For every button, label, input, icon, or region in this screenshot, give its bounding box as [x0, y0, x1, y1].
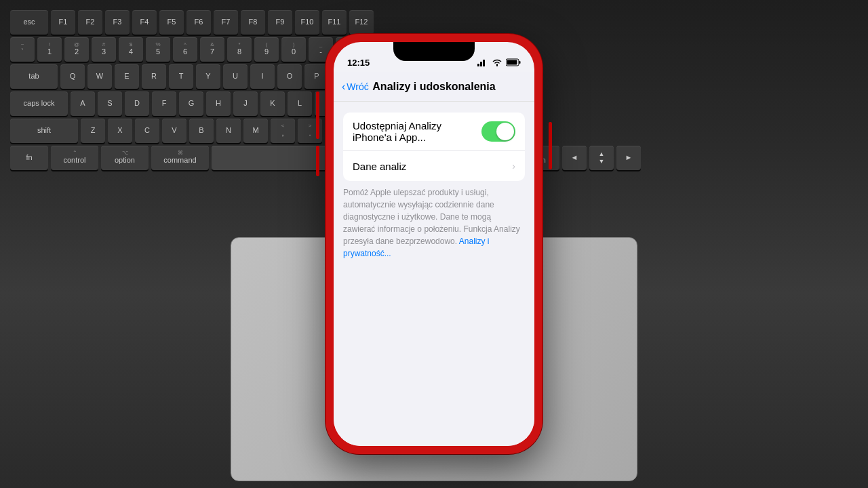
key-caps[interactable]: caps lock: [10, 92, 68, 116]
battery-icon: [506, 58, 521, 68]
key-w[interactable]: W: [87, 64, 112, 89]
nav-back-label[interactable]: Wróć: [347, 81, 368, 92]
nav-back-button[interactable]: ‹ Wróć: [342, 81, 369, 93]
key-7[interactable]: &7: [200, 37, 224, 62]
key-k[interactable]: K: [260, 92, 285, 116]
key-a[interactable]: A: [71, 92, 95, 116]
key-h[interactable]: H: [206, 92, 231, 116]
toggle-knob: [496, 123, 514, 140]
key-l[interactable]: L: [288, 92, 312, 116]
svg-rect-2: [483, 60, 485, 66]
key-2[interactable]: @2: [64, 37, 89, 62]
key-v[interactable]: V: [162, 119, 186, 143]
phone-case: 12:15: [326, 34, 542, 454]
key-r[interactable]: R: [142, 64, 166, 89]
signal-icon: [477, 58, 488, 68]
key-g[interactable]: G: [179, 92, 203, 116]
key-i[interactable]: I: [250, 64, 275, 89]
volume-down-button[interactable]: [316, 146, 319, 176]
key-t[interactable]: T: [169, 64, 193, 89]
key-fn[interactable]: fn: [10, 146, 48, 170]
key-f7[interactable]: F7: [214, 10, 238, 35]
svg-rect-4: [519, 61, 521, 64]
back-chevron-icon: ‹: [342, 81, 345, 93]
key-s[interactable]: S: [98, 92, 122, 116]
nav-bar: ‹ Wróć Analizy i udoskonalenia: [334, 72, 534, 102]
phone: 12:15: [326, 34, 542, 454]
key-4[interactable]: $4: [119, 37, 143, 62]
key-command-left[interactable]: ⌘command: [151, 146, 209, 170]
key-6[interactable]: ^6: [173, 37, 197, 62]
key-f4[interactable]: F4: [132, 10, 157, 35]
status-time: 12:15: [347, 58, 370, 68]
key-1[interactable]: !1: [37, 37, 62, 62]
key-f11[interactable]: F11: [322, 10, 347, 35]
key-f10[interactable]: F10: [295, 10, 319, 35]
settings-row-toggle[interactable]: Udostępniaj Analizy iPhone'a i App...: [343, 113, 525, 151]
key-f2[interactable]: F2: [78, 10, 102, 35]
key-f5[interactable]: F5: [159, 10, 184, 35]
settings-description: Pomóż Apple ulepszać produkty i usługi, …: [334, 181, 534, 270]
svg-rect-0: [477, 64, 479, 66]
key-arrow-right[interactable]: ►: [616, 146, 641, 170]
key-d[interactable]: D: [125, 92, 149, 116]
screen-content: Udostępniaj Analizy iPhone'a i App... Da…: [334, 102, 534, 446]
wifi-icon: [492, 58, 502, 68]
dane-analiz-label: Dane analiz: [353, 161, 512, 172]
key-option-left[interactable]: ⌥option: [101, 146, 149, 170]
key-e[interactable]: E: [115, 64, 139, 89]
key-f8[interactable]: F8: [241, 10, 265, 35]
power-button[interactable]: [549, 122, 552, 169]
svg-rect-5: [507, 60, 517, 65]
key-o[interactable]: O: [277, 64, 302, 89]
key-f3[interactable]: F3: [105, 10, 130, 35]
key-comma[interactable]: <,: [271, 119, 295, 143]
key-arrow-up-down[interactable]: ▲▼: [589, 146, 614, 170]
phone-screen: 12:15: [334, 42, 534, 446]
settings-group-analytics: Udostępniaj Analizy iPhone'a i App... Da…: [343, 113, 525, 181]
key-0[interactable]: )0: [281, 37, 306, 62]
key-tab[interactable]: tab: [10, 64, 58, 89]
key-3[interactable]: #3: [92, 37, 116, 62]
key-backtick[interactable]: ~`: [10, 37, 35, 62]
key-f9[interactable]: F9: [268, 10, 292, 35]
settings-row-dane-analiz[interactable]: Dane analiz ›: [343, 151, 525, 181]
key-n[interactable]: N: [216, 119, 241, 143]
key-m[interactable]: M: [243, 119, 268, 143]
nav-title: Analizy i udoskonalenia: [372, 81, 495, 93]
key-row-fn: esc F1 F2 F3 F4 F5 F6 F7 F8 F9 F10 F11 F…: [10, 10, 858, 35]
key-c[interactable]: C: [135, 119, 159, 143]
toggle-row-label: Udostępniaj Analizy iPhone'a i App...: [353, 120, 481, 143]
analytics-toggle[interactable]: [481, 121, 515, 142]
notch: [393, 42, 475, 61]
key-arrow-left[interactable]: ◄: [562, 146, 587, 170]
key-f[interactable]: F: [152, 92, 176, 116]
key-9[interactable]: (9: [254, 37, 279, 62]
key-y[interactable]: Y: [196, 64, 220, 89]
key-8[interactable]: *8: [227, 37, 252, 62]
key-q[interactable]: Q: [60, 64, 85, 89]
volume-up-button[interactable]: [316, 108, 319, 139]
key-5[interactable]: %5: [146, 37, 170, 62]
description-text: Pomóż Apple ulepszać produkty i usługi, …: [343, 188, 520, 246]
key-control[interactable]: ⌃control: [51, 146, 98, 170]
key-f6[interactable]: F6: [186, 10, 211, 35]
key-shift-left[interactable]: shift: [10, 119, 78, 143]
chevron-right-icon: ›: [512, 161, 515, 171]
key-f1[interactable]: F1: [51, 10, 75, 35]
key-f12[interactable]: F12: [349, 10, 374, 35]
svg-rect-1: [480, 62, 482, 66]
key-z[interactable]: Z: [81, 119, 105, 143]
key-u[interactable]: U: [223, 64, 248, 89]
key-esc[interactable]: esc: [10, 10, 48, 35]
key-b[interactable]: B: [189, 119, 214, 143]
key-j[interactable]: J: [233, 92, 258, 116]
status-icons: [477, 58, 521, 68]
key-x[interactable]: X: [108, 119, 132, 143]
